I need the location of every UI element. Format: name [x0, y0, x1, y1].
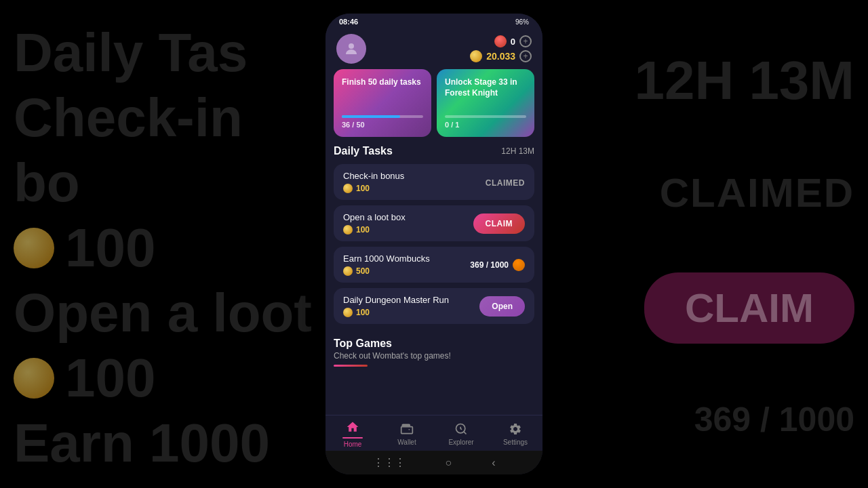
coins-row: 20.033 +	[470, 50, 532, 62]
daily-tasks-timer: 12H 13M	[501, 146, 534, 156]
claim-lootbox-button[interactable]: CLAIM	[473, 214, 526, 234]
task-wombucks: Earn 1000 Wombucks 500 369 / 1000	[334, 247, 534, 283]
bg-checkin-amount: 100	[65, 216, 155, 281]
daily-tasks-section: Daily Tasks 12H 13M Check-in bonus 100 C…	[326, 145, 542, 324]
gem-count: 0	[511, 37, 515, 47]
task-dungeon-reward: 100	[343, 308, 449, 317]
quest-progress-text-2: 0 / 1	[445, 121, 526, 129]
nav-explorer[interactable]: Explorer	[434, 422, 488, 446]
task-checkin-left: Check-in bonus 100	[343, 171, 404, 193]
quest-progress-bar-2	[445, 115, 526, 118]
bg-checkin-text: Check-in bo	[14, 85, 312, 216]
bg-coin-icon	[14, 228, 54, 268]
status-battery: 96%	[515, 18, 529, 26]
bg-earn-text: Earn 1000 W	[14, 411, 312, 488]
scrollable-content[interactable]: Finish 50 daily tasks 36 / 50 Unlock Sta…	[326, 69, 542, 415]
nav-settings-label: Settings	[503, 439, 528, 446]
task-wombucks-right: 369 / 1000	[470, 259, 525, 271]
coin-amount: 20.033	[486, 51, 515, 62]
task-dungeon-amount: 100	[356, 308, 370, 317]
top-games-title: Top Games	[334, 338, 534, 350]
svg-point-0	[349, 43, 354, 49]
task-checkin-amount: 100	[356, 184, 370, 193]
nav-home[interactable]: Home	[326, 420, 380, 448]
quest-card-2-progress: 0 / 1	[445, 115, 526, 129]
top-games-section: Top Games Check out Wombat's top games!	[326, 329, 542, 369]
daily-tasks-header: Daily Tasks 12H 13M	[334, 145, 534, 157]
task-lootbox-right[interactable]: CLAIM	[473, 214, 526, 234]
quest-card-2-title: Unlock Stage 33 in Forest Knight	[445, 77, 526, 98]
avatar[interactable]	[336, 34, 366, 64]
bg-checkin-coin-row: 100	[14, 216, 312, 281]
quest-card-forest-knight[interactable]: Unlock Stage 33 in Forest Knight 0 / 1	[437, 69, 534, 137]
android-home-btn[interactable]: ○	[446, 457, 452, 469]
task-lootbox-amount: 100	[356, 225, 370, 235]
android-back-btn[interactable]: ‹	[492, 457, 495, 469]
task-lootbox: Open a loot box 100 CLAIM	[334, 205, 534, 241]
task-dungeon-name: Daily Dungeon Master Run	[343, 295, 449, 305]
task-checkin-coin-icon	[343, 184, 353, 193]
status-time: 08:46	[339, 18, 358, 26]
task-wombucks-reward: 500	[343, 266, 430, 276]
bg-loot-amount: 100	[65, 346, 155, 411]
task-lootbox-name: Open a loot box	[343, 212, 406, 222]
daily-tasks-title: Daily Tasks	[334, 145, 393, 157]
nav-explorer-label: Explorer	[448, 439, 473, 446]
bg-loot-text: Open a loot	[14, 281, 312, 346]
task-lootbox-reward: 100	[343, 225, 406, 235]
bottom-nav: Home Wallet Explorer	[326, 415, 542, 451]
task-checkin: Check-in bonus 100 CLAIMED	[334, 164, 534, 200]
quest-progress-bar-1	[342, 115, 423, 118]
add-coins-button[interactable]: +	[519, 50, 532, 62]
nav-wallet[interactable]: Wallet	[380, 422, 434, 446]
task-checkin-status: CLAIMED	[486, 178, 525, 188]
task-wombucks-progress: 369 / 1000	[470, 259, 525, 271]
quest-card-daily-tasks[interactable]: Finish 50 daily tasks 36 / 50	[334, 69, 431, 137]
top-games-subtitle: Check out Wombat's top games!	[334, 351, 534, 361]
status-icons: 96%	[515, 18, 529, 26]
home-icon	[345, 420, 360, 434]
quest-cards: Finish 50 daily tasks 36 / 50 Unlock Sta…	[326, 69, 542, 145]
add-gems-button[interactable]: +	[519, 35, 532, 47]
nav-settings[interactable]: Settings	[488, 422, 542, 446]
svg-line-2	[464, 432, 467, 434]
gem-icon	[494, 35, 507, 47]
bg-loot-coin-row: 100	[14, 346, 312, 411]
task-lootbox-left: Open a loot box 100	[343, 212, 406, 235]
header-top: 0 + 20.033 +	[336, 34, 532, 64]
settings-icon	[508, 422, 523, 436]
task-wombucks-amount: 500	[356, 266, 370, 276]
open-dungeon-button[interactable]: Open	[479, 296, 525, 317]
explorer-icon	[454, 422, 469, 436]
bg-title-text: Daily Tas	[14, 20, 312, 85]
task-wombucks-progress-text: 369 / 1000	[470, 260, 509, 270]
task-dungeon: Daily Dungeon Master Run 100 Open	[334, 288, 534, 324]
home-active-indicator	[342, 437, 363, 439]
bg-loot-coin	[14, 358, 54, 399]
android-nav-bar: ⋮⋮⋮ ○ ‹	[326, 451, 542, 474]
task-checkin-name: Check-in bonus	[343, 171, 404, 181]
task-dungeon-left: Daily Dungeon Master Run 100	[343, 295, 449, 317]
task-lootbox-coin-icon	[343, 225, 353, 235]
background-right: 12H 13M CLAIMED CLAIM 369 / 1000	[542, 0, 868, 488]
progress-orb-icon	[513, 259, 525, 271]
task-dungeon-right[interactable]: Open	[479, 296, 525, 317]
task-wombucks-left: Earn 1000 Wombucks 500	[343, 253, 430, 276]
wallet-icon	[399, 422, 414, 436]
phone-frame: 08:46 96% 0 + 20.033	[326, 14, 542, 474]
coin-icon	[470, 50, 482, 62]
task-dungeon-coin-icon	[343, 308, 353, 317]
quest-card-1-title: Finish 50 daily tasks	[342, 77, 423, 88]
bg-timer-right: 12H 13M	[634, 48, 854, 113]
status-bar: 08:46 96%	[326, 14, 542, 30]
bg-checkin-row: Check-in bo	[14, 85, 312, 216]
task-wombucks-coin-icon	[343, 266, 353, 276]
bg-claim-btn: CLAIM	[644, 272, 854, 344]
quest-progress-text-1: 36 / 50	[342, 121, 423, 129]
background-left: Daily Tas Check-in bo 100 Open a loot 10…	[0, 0, 326, 488]
task-checkin-right: CLAIMED	[486, 176, 525, 188]
bg-claimed-text: CLAIMED	[660, 169, 854, 218]
header-right: 0 + 20.033 +	[470, 35, 532, 62]
android-menu-btn[interactable]: ⋮⋮⋮	[373, 456, 406, 469]
bg-progress-text: 369 / 1000	[694, 399, 854, 440]
